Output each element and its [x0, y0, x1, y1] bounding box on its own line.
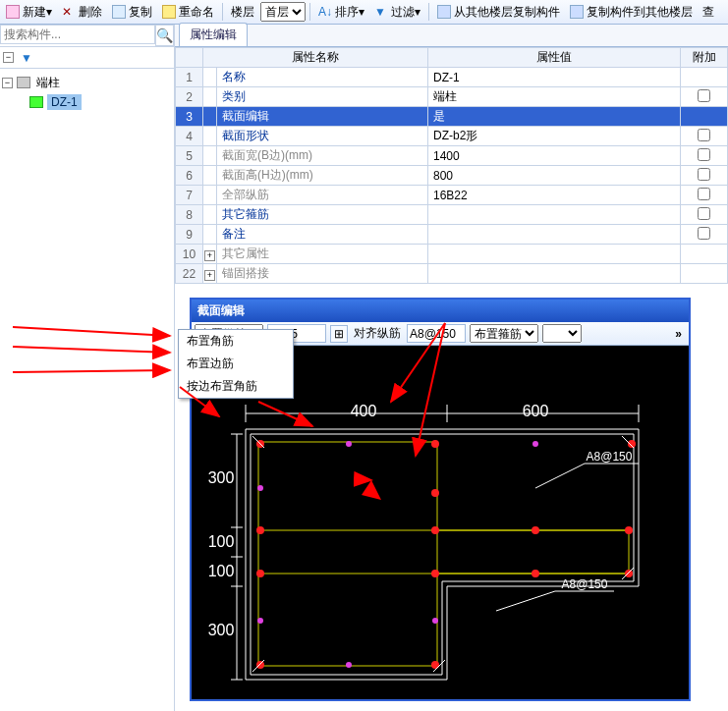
new-icon [6, 5, 20, 19]
menu-layout-corner-by-edge[interactable]: 按边布置角筋 [179, 375, 293, 398]
editor-more-button[interactable]: » [671, 327, 686, 341]
svg-text:A8@150: A8@150 [587, 450, 633, 464]
svg-point-34 [532, 526, 539, 534]
extra-checkbox[interactable] [698, 207, 710, 220]
tree-item-dz1[interactable]: DZ-1 [47, 94, 82, 110]
extra-checkbox[interactable] [698, 188, 710, 200]
main-toolbar: 新建 ▾ ✕删除 复制 重命名 楼层 首层 A↓排序 ▾ ▼过滤 ▾ 从其他楼层… [0, 0, 728, 25]
grid-row[interactable]: 8其它箍筋 [176, 205, 728, 225]
svg-point-44 [257, 618, 263, 624]
extra-checkbox[interactable] [698, 227, 710, 240]
menu-layout-edge[interactable]: 布置边筋 [179, 353, 293, 375]
layout-stirrup-select[interactable]: 布置箍筋 [470, 324, 538, 343]
svg-point-41 [346, 441, 352, 447]
svg-point-40 [431, 489, 439, 497]
copy-to-button[interactable]: 复制构件到其他楼层 [566, 1, 697, 23]
tree-filter-row: − ▼ [0, 47, 174, 69]
filter-icon: ▼ [374, 5, 388, 19]
svg-point-46 [432, 618, 438, 624]
copy-from-button[interactable]: 从其他楼层复制构件 [433, 1, 564, 23]
tree-node-toggle[interactable]: − [2, 78, 13, 88]
delete-icon: ✕ [62, 5, 76, 19]
grid-row[interactable]: 9备注 [176, 225, 728, 245]
col-extra: 附加 [681, 48, 728, 68]
svg-line-21 [535, 464, 585, 488]
floor-label: 楼层 [227, 1, 258, 23]
svg-point-45 [346, 662, 352, 668]
grid-icon[interactable]: ⊞ [330, 325, 348, 343]
delete-button[interactable]: ✕删除 [58, 1, 106, 23]
filter-button[interactable]: ▼过滤 ▾ [370, 1, 424, 23]
svg-point-31 [256, 570, 264, 577]
find-button[interactable]: 查 [699, 1, 718, 23]
svg-point-32 [431, 526, 439, 534]
svg-point-28 [431, 440, 439, 448]
new-button[interactable]: 新建 ▾ [2, 1, 56, 23]
component-tree: − 端柱 DZ-1 [0, 69, 174, 711]
search-button[interactable]: 🔍 [155, 25, 174, 46]
svg-point-30 [256, 526, 264, 534]
layout-context-menu: 布置角筋 布置边筋 按边布置角筋 [178, 329, 294, 399]
grid-row[interactable]: 4截面形状DZ-b2形 [176, 127, 728, 146]
svg-point-36 [625, 526, 633, 534]
svg-point-29 [628, 440, 636, 448]
align-rebar-label: 对齐纵筋 [352, 325, 403, 342]
svg-point-35 [532, 570, 539, 577]
svg-text:600: 600 [523, 403, 549, 419]
svg-point-43 [257, 485, 263, 491]
grid-row[interactable]: 5截面宽(B边)(mm)1400 [176, 146, 728, 166]
extra-checkbox[interactable] [698, 168, 710, 181]
rename-button[interactable]: 重命名 [158, 1, 218, 23]
tab-properties[interactable]: 属性编辑 [179, 23, 248, 46]
col-value: 属性值 [428, 48, 681, 68]
svg-text:300: 300 [208, 622, 235, 638]
floor-select[interactable]: 首层 [260, 2, 306, 22]
extra-checkbox[interactable] [698, 129, 710, 141]
grid-row[interactable]: 2类别端柱 [176, 87, 728, 107]
layout-stirrup-value[interactable] [542, 324, 582, 343]
tree-root-label[interactable]: 端柱 [34, 75, 62, 91]
grid-row[interactable]: 3截面编辑是 [176, 107, 728, 127]
svg-text:400: 400 [351, 403, 377, 419]
right-panel: 属性编辑 属性名称 属性值 附加 1名称DZ-12类别端柱3截面编辑是4截面形状… [175, 25, 728, 711]
extra-checkbox[interactable] [698, 148, 710, 161]
svg-text:100: 100 [208, 563, 235, 579]
rename-icon [162, 5, 176, 19]
property-grid: 属性名称 属性值 附加 1名称DZ-12类别端柱3截面编辑是4截面形状DZ-b2… [175, 47, 728, 284]
funnel-icon: ▼ [21, 51, 32, 65]
expand-toggle[interactable]: + [204, 270, 215, 281]
component-icon [29, 96, 43, 108]
svg-point-33 [431, 570, 439, 577]
grid-row[interactable]: 22+锚固搭接 [176, 264, 728, 284]
member-icon [17, 77, 30, 88]
svg-line-24 [496, 591, 555, 611]
svg-text:100: 100 [208, 533, 235, 550]
svg-rect-16 [258, 442, 437, 666]
col-name: 属性名称 [203, 48, 428, 68]
menu-layout-corner[interactable]: 布置角筋 [179, 330, 293, 353]
section-canvas[interactable]: 400 600 300 100 100 300 [192, 346, 689, 699]
grid-row[interactable]: 1名称DZ-1 [176, 68, 728, 87]
copy-button[interactable]: 复制 [108, 1, 156, 23]
svg-point-38 [256, 661, 264, 669]
section-editor-wrap: 截面编辑 布置纵筋 ⊞ 对齐纵筋 布置箍筋 » 400 600 [175, 284, 728, 711]
grid-row[interactable]: 6截面高(H边)(mm)800 [176, 166, 728, 186]
tree-collapse-toggle[interactable]: − [3, 52, 14, 63]
copy-to-icon [570, 5, 584, 19]
extra-checkbox[interactable] [698, 89, 710, 102]
tab-bar: 属性编辑 [175, 25, 728, 47]
search-input[interactable] [0, 25, 155, 44]
sort-button[interactable]: A↓排序 ▾ [314, 1, 368, 23]
expand-toggle[interactable]: + [204, 250, 215, 261]
align-rebar-input[interactable] [407, 324, 466, 343]
left-panel: 🔍 − ▼ − 端柱 DZ-1 [0, 25, 175, 711]
svg-point-42 [532, 441, 538, 447]
search-icon: 🔍 [156, 27, 173, 43]
copy-icon [112, 5, 126, 19]
grid-row[interactable]: 7全部纵筋16B22 [176, 186, 728, 205]
copy-from-icon [437, 5, 451, 19]
grid-row[interactable]: 10+其它属性 [176, 245, 728, 264]
sort-icon: A↓ [318, 5, 332, 19]
svg-text:300: 300 [208, 469, 235, 486]
svg-point-37 [625, 570, 633, 577]
